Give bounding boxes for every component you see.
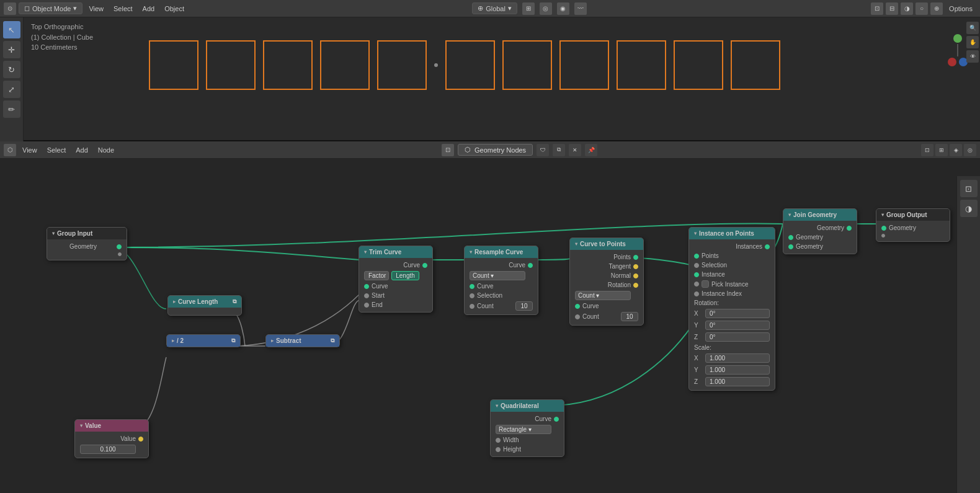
subtract-node[interactable]: ▸ Subtract ⧉ [265, 334, 340, 347]
viewport-icon2[interactable]: ⊟ [886, 2, 898, 15]
curve-length-node[interactable]: ▸ Curve Length ⧉ [167, 295, 242, 316]
join-geometry-node[interactable]: ▾ Join Geometry Geometry Geometry Geomet… [783, 208, 857, 254]
value-title: Value [85, 422, 101, 429]
collapse-arrow: ▾ [881, 212, 884, 218]
rotate-tool[interactable]: ↻ [3, 61, 20, 78]
move-tool[interactable]: ✛ [3, 41, 20, 58]
view-type-label: Top Orthographic [31, 22, 93, 32]
toolbar-btn1[interactable]: ◉ [557, 2, 569, 15]
iop-pick-checkbox[interactable] [702, 280, 709, 288]
eye-tool[interactable]: 👁 [966, 50, 979, 63]
node-rt3[interactable]: ◈ [950, 144, 962, 156]
iop-rot-y-value[interactable]: 0° [705, 321, 770, 330]
node-name-pill[interactable]: ⬡ Geometry Nodes [458, 144, 533, 156]
ctp-count-value[interactable]: 10 [621, 312, 638, 321]
resample-curve-body: Curve Count ▾ Curve Selection Count [465, 258, 538, 314]
resample-curve-in-label: Curve [477, 283, 494, 290]
node-rt2[interactable]: ⊞ [935, 144, 948, 156]
value-field[interactable]: 0.100 [80, 445, 136, 454]
scale-tool[interactable]: ⤢ [3, 81, 20, 98]
node-menu-add[interactable]: Add [72, 145, 92, 155]
group-output-node[interactable]: ▾ Group Output Geometry [876, 208, 950, 242]
collapse-arrow: ▾ [575, 241, 577, 247]
factor-btn[interactable]: Factor [364, 271, 389, 280]
go-geometry-socket [881, 226, 886, 231]
ctp-curve-out-row: Curve [570, 301, 643, 311]
ctp-rotation-row: Rotation [570, 280, 643, 290]
nav-y-axis[interactable] [953, 34, 962, 43]
menu-add[interactable]: Add [139, 4, 159, 14]
node-right-tool1[interactable]: ⊡ [960, 180, 978, 197]
viewport-icon1[interactable]: ⊡ [871, 2, 883, 15]
viewport-icon5[interactable]: ⊕ [930, 2, 943, 15]
viewport-cube-5 [377, 40, 427, 90]
length-btn[interactable]: Length [391, 271, 419, 280]
node-canvas[interactable]: ▾ Group Input Geometry ▸ Curve Length ⧉ [0, 159, 980, 493]
snap-icon[interactable]: ⊞ [522, 2, 535, 15]
curve-length-socket-row [168, 310, 241, 313]
iop-scale-z-value[interactable]: 1.000 [705, 377, 770, 386]
global-selector[interactable]: ⊕ Global ▾ [472, 2, 517, 14]
quad-width-row: Width [491, 435, 564, 445]
quadrilateral-node[interactable]: ▾ Quadrilateral Curve Rectangle ▾ Width [490, 399, 564, 457]
iop-points-label: Points [702, 252, 719, 259]
node-view-icon[interactable]: ⊡ [442, 144, 454, 156]
trim-curve-node[interactable]: ▾ Trim Curve Curve Factor Length Curve [359, 246, 433, 313]
proportional-icon[interactable]: ◎ [540, 2, 552, 15]
node-menu-select[interactable]: Select [43, 145, 70, 155]
node-shield-btn[interactable]: 🛡 [537, 144, 549, 156]
iop-scale-y-value[interactable]: 1.000 [705, 365, 770, 375]
iop-instances-out-row: Instances [689, 242, 775, 251]
menu-select[interactable]: Select [110, 4, 136, 14]
iop-selection-label: Selection [702, 262, 727, 269]
curve-to-points-header: ▾ Curve to Points [570, 238, 643, 250]
instance-on-points-node[interactable]: ▾ Instance on Points Instances Points Se… [688, 227, 775, 391]
ctp-normal-socket [633, 273, 638, 278]
node-right-tool2[interactable]: ◑ [960, 200, 978, 217]
group-input-node[interactable]: ▾ Group Input Geometry [47, 227, 127, 260]
options-btn[interactable]: Options [945, 4, 976, 14]
menu-object[interactable]: Object [161, 4, 188, 14]
node-editor-icon[interactable]: ⬡ [4, 144, 16, 156]
app-icon[interactable]: ⊙ [4, 2, 16, 15]
node-close-btn[interactable]: ✕ [569, 144, 581, 156]
iop-rot-x-value[interactable]: 0° [705, 309, 770, 318]
node-rt4[interactable]: ◎ [964, 144, 976, 156]
nav-x-axis[interactable] [948, 58, 956, 66]
ctp-tangent-socket [633, 264, 638, 269]
menu-view[interactable]: View [85, 4, 107, 14]
select-tool[interactable]: ↖ [3, 21, 20, 38]
node-rt1[interactable]: ⊡ [921, 144, 933, 156]
trim-end-socket [364, 303, 369, 308]
object-mode-selector[interactable]: ◻ Object Mode ▾ [19, 2, 82, 14]
quad-type-dropdown[interactable]: Rectangle ▾ [496, 425, 551, 434]
value-node[interactable]: ▾ Value Value 0.100 [74, 419, 149, 458]
annotate-tool[interactable]: ✏ [3, 100, 20, 118]
trim-curve-in-row: Curve [359, 282, 432, 291]
resample-count-socket [470, 304, 474, 309]
hand-tool[interactable]: ✋ [966, 36, 979, 48]
resample-count-value[interactable]: 10 [515, 301, 533, 311]
node-menu-node[interactable]: Node [94, 145, 118, 155]
iop-scale-x-value[interactable]: 1.000 [705, 353, 770, 363]
trim-curve-out-row: Curve [359, 260, 432, 270]
node-menu-view[interactable]: View [19, 145, 41, 155]
nav-gizmo[interactable] [948, 34, 968, 66]
curve-to-points-node[interactable]: ▾ Curve to Points Points Tangent Normal [569, 238, 644, 326]
viewport-icon4[interactable]: ○ [915, 2, 928, 15]
ctp-mode-dropdown[interactable]: Count ▾ [575, 291, 631, 300]
quadrilateral-title: Quadrilateral [501, 402, 539, 409]
global-chevron: ▾ [508, 4, 512, 12]
resample-mode-dropdown[interactable]: Count ▾ [470, 271, 525, 280]
viewport-icon3[interactable]: ◑ [901, 2, 913, 15]
iop-index-row: Instance Index [689, 289, 775, 298]
iop-rot-z-value[interactable]: 0° [705, 332, 770, 342]
divide-node[interactable]: ▸ / 2 ⧉ [166, 334, 241, 347]
toolbar-btn2[interactable]: 〰 [574, 2, 587, 15]
nav-axis-line-y [957, 44, 958, 56]
zoom-magnify[interactable]: 🔍 [966, 22, 979, 34]
resample-curve-in-row: Curve [465, 282, 538, 291]
node-copy-btn[interactable]: ⧉ [553, 144, 565, 156]
node-pin-btn[interactable]: 📌 [585, 144, 597, 156]
resample-curve-node[interactable]: ▾ Resample Curve Curve Count ▾ Curve [464, 246, 538, 315]
